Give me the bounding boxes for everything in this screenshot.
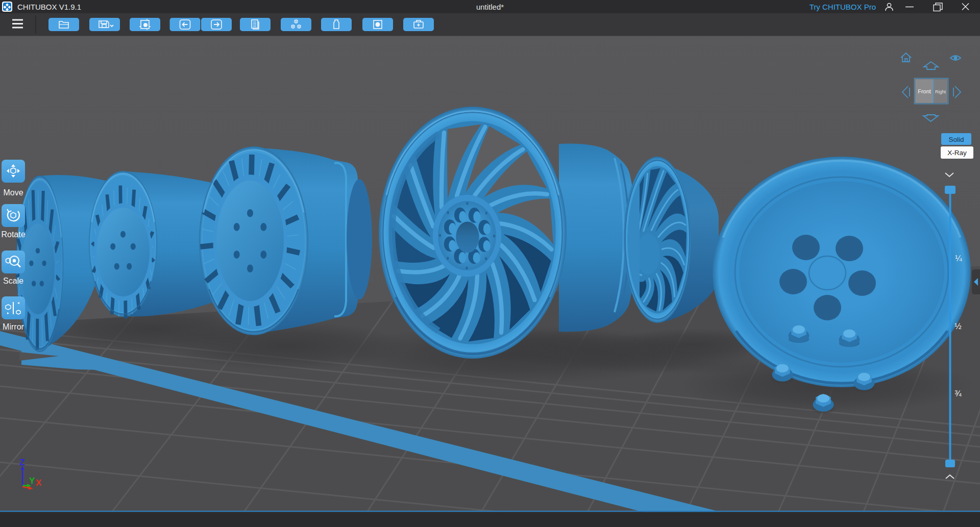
svg-text:¼: ¼ [955,254,962,263]
svg-text:X: X [36,478,42,488]
svg-text:¾: ¾ [954,389,962,398]
svg-text:Try CHITUBOX Pro: Try CHITUBOX Pro [810,3,876,11]
svg-text:Scale: Scale [3,277,23,285]
svg-text:untitled*: untitled* [476,3,504,11]
svg-text:Move: Move [3,188,23,197]
svg-text:Front: Front [918,88,931,94]
svg-text:½: ½ [954,322,961,331]
svg-text:Y: Y [29,476,35,486]
svg-text:Right: Right [935,89,946,94]
svg-text:Z: Z [19,458,24,467]
svg-text:X-Ray: X-Ray [947,149,967,157]
svg-text:CHITUBOX V1.9.1: CHITUBOX V1.9.1 [17,3,81,11]
svg-text:Mirror: Mirror [3,322,24,331]
svg-text:Solid: Solid [948,136,964,143]
svg-text:Rotate: Rotate [1,230,25,239]
